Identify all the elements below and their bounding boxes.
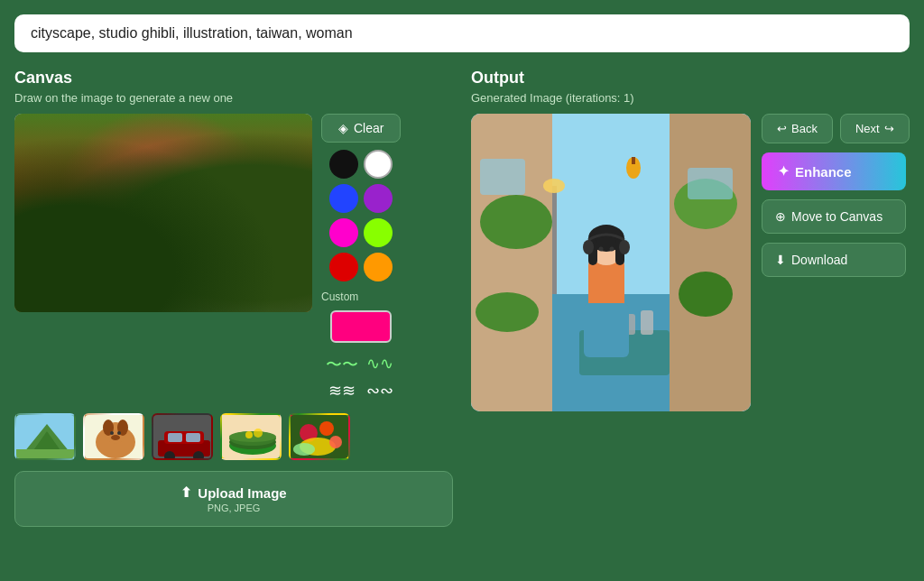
- color-orange[interactable]: [364, 253, 393, 281]
- clear-label: Clear: [354, 121, 383, 135]
- canvas-photo-svg: [14, 114, 312, 312]
- brush-wavy-3[interactable]: ≋≋: [326, 381, 358, 401]
- brush-wavy-4[interactable]: ∾∾: [364, 381, 396, 401]
- thumbnail-dog[interactable]: [83, 413, 144, 460]
- svg-point-54: [480, 195, 552, 249]
- thumb-car-img: [153, 415, 213, 460]
- svg-rect-12: [14, 258, 312, 312]
- brush-wavy-2[interactable]: ∿∿: [364, 354, 396, 375]
- canvas-section: Canvas Draw on the image to generate a n…: [14, 69, 453, 527]
- svg-rect-20: [16, 449, 76, 460]
- back-button[interactable]: ↩ Back: [762, 114, 833, 143]
- thumb-dog-img: [85, 415, 144, 460]
- svg-rect-33: [186, 433, 200, 442]
- upload-button[interactable]: ⬆ Upload Image PNG, JPEG: [14, 471, 453, 527]
- prompt-input[interactable]: [31, 25, 893, 42]
- generated-image-svg: [471, 114, 751, 411]
- move-label: Move to Canvas: [791, 209, 882, 224]
- enhance-label: Enhance: [795, 164, 852, 180]
- thumbnail-row: [14, 413, 453, 460]
- nav-buttons: ↩ Back Next ↪: [762, 114, 910, 143]
- back-label: Back: [791, 122, 818, 135]
- svg-rect-3: [87, 159, 97, 312]
- color-white[interactable]: [364, 150, 393, 179]
- svg-point-40: [229, 431, 276, 442]
- svg-point-11: [242, 130, 307, 202]
- svg-rect-75: [480, 159, 525, 195]
- thumb-bowl-img: [222, 415, 282, 460]
- svg-rect-64: [584, 303, 629, 357]
- svg-point-78: [543, 179, 565, 193]
- download-button[interactable]: ⬇ Download: [762, 243, 906, 277]
- svg-point-45: [319, 421, 334, 436]
- svg-point-15: [162, 225, 183, 246]
- output-title: Output: [471, 69, 910, 88]
- upload-icon: ⬆: [180, 484, 192, 501]
- custom-color-swatch[interactable]: [330, 310, 392, 343]
- svg-rect-5: [213, 154, 226, 312]
- svg-rect-77: [552, 186, 557, 294]
- svg-rect-6: [267, 168, 282, 312]
- output-image: [471, 114, 751, 411]
- color-blue[interactable]: [329, 184, 358, 213]
- svg-rect-51: [471, 114, 552, 411]
- svg-point-72: [619, 240, 630, 254]
- enhance-button[interactable]: ✦ Enhance: [762, 152, 906, 190]
- svg-point-8: [56, 118, 128, 199]
- upload-subtitle: PNG, JPEG: [28, 503, 439, 513]
- thumb-mountain-img: [16, 415, 76, 460]
- next-button[interactable]: Next ↪: [840, 114, 910, 143]
- svg-rect-0: [14, 114, 312, 312]
- clear-button[interactable]: ◈ Clear: [321, 114, 401, 143]
- output-subtitle: Generated Image (iterations: 1): [471, 91, 910, 105]
- svg-point-42: [254, 429, 263, 438]
- download-label: Download: [791, 253, 847, 267]
- svg-point-71: [583, 240, 594, 254]
- thumbnail-food[interactable]: [289, 413, 350, 460]
- svg-rect-16: [154, 258, 190, 274]
- svg-point-70: [610, 247, 614, 252]
- clear-icon: ◈: [338, 121, 348, 135]
- brush-wavy-1[interactable]: 〜〜: [326, 354, 358, 375]
- color-pink[interactable]: [329, 218, 358, 247]
- color-red[interactable]: [329, 253, 358, 281]
- download-icon: ⬇: [775, 253, 786, 267]
- move-to-canvas-button[interactable]: ⊕ Move to Canvas: [762, 199, 906, 234]
- output-area: ↩ Back Next ↪ ✦ Enhance ⊕ Move to C: [471, 114, 910, 411]
- svg-point-47: [329, 436, 342, 448]
- custom-color-label: Custom: [321, 290, 358, 303]
- tools-panel: ◈ Clear Custom 〜〜 ∿∿: [321, 114, 401, 401]
- svg-point-69: [599, 247, 604, 252]
- svg-point-28: [111, 435, 120, 440]
- output-controls: ↩ Back Next ↪ ✦ Enhance ⊕ Move to C: [762, 114, 910, 411]
- upload-label: Upload Image: [198, 485, 286, 501]
- canvas-subtitle: Draw on the image to generate a new one: [14, 91, 453, 105]
- thumb-food-img: [291, 415, 350, 460]
- next-icon: ↪: [884, 122, 894, 135]
- canvas-image[interactable]: [14, 114, 312, 312]
- svg-rect-32: [168, 433, 182, 442]
- color-purple[interactable]: [364, 184, 393, 213]
- svg-point-9: [117, 125, 199, 201]
- next-label: Next: [855, 122, 880, 135]
- thumbnail-bowl[interactable]: [220, 413, 282, 460]
- canvas-area: ◈ Clear Custom 〜〜 ∿∿: [14, 114, 453, 401]
- move-icon: ⊕: [775, 209, 786, 224]
- svg-point-48: [293, 443, 315, 456]
- thumbnail-car[interactable]: [152, 413, 213, 460]
- svg-rect-1: [14, 150, 312, 312]
- upload-title: ⬆ Upload Image: [28, 484, 439, 501]
- enhance-sparkle-icon: ✦: [778, 163, 790, 180]
- svg-point-14: [150, 237, 195, 270]
- color-green[interactable]: [364, 218, 393, 247]
- svg-point-13: [32, 258, 177, 285]
- back-icon: ↩: [777, 122, 787, 135]
- svg-rect-62: [641, 310, 653, 335]
- svg-point-57: [476, 292, 539, 332]
- canvas-placeholder: [14, 114, 312, 312]
- svg-point-27: [117, 431, 121, 435]
- svg-point-7: [16, 132, 79, 204]
- color-black[interactable]: [329, 150, 358, 179]
- svg-point-10: [185, 115, 254, 194]
- thumbnail-mountain[interactable]: [14, 413, 76, 460]
